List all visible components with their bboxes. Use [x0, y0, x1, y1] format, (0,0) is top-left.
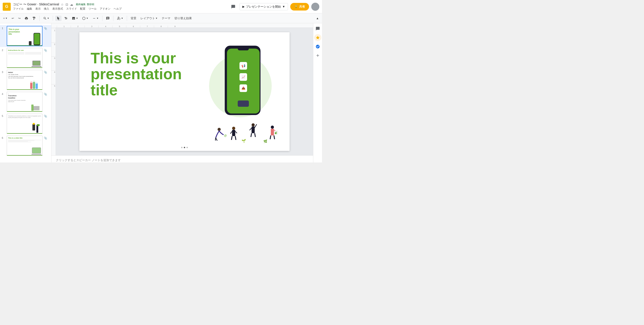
phone-icon-send: 📤 [240, 84, 247, 92]
toolbar: + ▼ ↩ ↪ ▼ ▼ ▼ ▼ あ ▼ 背景 レイアウト ▼ [0, 14, 322, 23]
slide-item-6[interactable]: 6 This is a slide title 📎 [0, 135, 51, 157]
present-label: プレゼンテーションを開始 [246, 5, 281, 9]
sidebar-star-button[interactable] [314, 34, 321, 41]
ruler-mark-6: 6 [126, 26, 140, 28]
line-button[interactable]: ▼ [91, 16, 100, 21]
slide-panel: 1 This is yourpresentationtitle 📎 2 [0, 23, 52, 163]
svg-rect-7 [271, 129, 274, 135]
ruler-v-1: 1 [52, 29, 56, 43]
comment-add-button[interactable] [105, 16, 111, 21]
cloud-icon[interactable]: ☁ [70, 3, 73, 6]
comment-button[interactable] [229, 3, 237, 11]
play-icon: ▶ [242, 5, 245, 8]
slide-number-5: 5 [2, 115, 5, 117]
slide-thumb-2: Instructions for use [7, 48, 42, 68]
canvas-scroll[interactable]: This is your presentation title 🌿 🍃 [56, 28, 313, 155]
pin-icon-6: 📎 [44, 137, 47, 140]
phone-screen: 📢 📈 📤 [227, 49, 260, 114]
text-box-button[interactable] [63, 16, 69, 21]
ruler-horizontal: 1 2 3 4 5 6 7 8 9 [52, 23, 313, 28]
menu-addons[interactable]: アドオン [100, 7, 110, 11]
svg-rect-13 [275, 132, 276, 134]
zoom-button[interactable]: ▼ [42, 16, 51, 21]
grass-2: 🌿 [264, 139, 267, 143]
menu-help[interactable]: ヘルプ [114, 7, 122, 11]
shape-button[interactable]: ▼ [81, 16, 90, 21]
sep1 [39, 16, 40, 21]
ruler-v-2: 2 [52, 43, 56, 56]
slide-number-2: 2 [2, 49, 5, 52]
image-button[interactable]: ▼ [70, 16, 80, 21]
slide-number-4: 4 [2, 93, 5, 95]
doc-title: コピー 〜 Gower · SlidesCarnival [13, 3, 59, 7]
right-sidebar [313, 23, 322, 163]
slide-number-3: 3 [2, 71, 5, 73]
phone-icon-chart: 📈 [240, 73, 247, 81]
canvas-with-ruler: 1 2 3 4 5 This is your presentation titl… [52, 28, 313, 155]
phone-body: 📢 📈 📤 [225, 46, 260, 115]
slide-item-4[interactable]: 4 1. Transitionheadline Lorem ipsum dolo… [0, 91, 51, 113]
paint-format-button[interactable] [31, 16, 37, 21]
pin-icon-3: 📎 [44, 71, 47, 74]
ruler-mark-8: 8 [154, 26, 168, 28]
last-edit: 最終編集: 数秒前 [76, 3, 94, 6]
phone-icon-bottom [238, 101, 249, 107]
slide-canvas[interactable]: This is your presentation title 🌿 🍃 [80, 32, 290, 151]
user-avatar[interactable] [311, 3, 319, 11]
theme-button[interactable]: テーマ [160, 16, 172, 21]
menu-arrange[interactable]: 配置 [80, 7, 86, 11]
phone-illustration: 🌿 🍃 📢 📈 📤 [196, 41, 281, 144]
present-button[interactable]: ▶ プレゼンテーションを開始 ▼ [240, 3, 288, 10]
folder-icon[interactable]: ⊡ [66, 3, 68, 6]
background-button[interactable]: 背景 [129, 16, 138, 21]
print-button[interactable] [23, 16, 30, 21]
menu-edit[interactable]: 編集 [27, 7, 32, 11]
main-layout: 1 This is yourpresentationtitle 📎 2 [0, 23, 322, 163]
speaker-notes[interactable]: クリックするとスピーカー ノートを追加できます [52, 155, 313, 163]
slide-item-5[interactable]: 5 "Quotations are commonly printed as a … [0, 113, 51, 135]
menu-slide[interactable]: スライド [66, 7, 77, 11]
svg-point-4 [252, 123, 255, 126]
dot-1 [181, 147, 182, 148]
ruler-mark-2: 2 [71, 26, 84, 28]
person-right [266, 125, 278, 142]
share-button[interactable]: 🔒 共有 [290, 3, 309, 11]
pin-icon-1: 📎 [44, 27, 47, 30]
share-label: 共有 [299, 5, 305, 9]
sep2 [53, 16, 53, 21]
lock-icon: 🔒 [294, 5, 298, 8]
cursor-button[interactable] [55, 16, 62, 21]
sidebar-check-button[interactable] [314, 43, 321, 50]
top-bar: G コピー 〜 Gower · SlidesCarnival ☆ ⊡ ☁ 最終編… [0, 0, 322, 14]
ruler-v-4: 4 [52, 70, 56, 84]
svg-rect-3 [232, 130, 235, 136]
svg-text:@: @ [224, 134, 227, 137]
menu-format[interactable]: 表示形式 [52, 7, 63, 11]
menu-view[interactable]: 表示 [35, 7, 41, 11]
slide-number-1: 1 [2, 27, 5, 30]
undo-button[interactable]: ↩ [10, 16, 16, 21]
svg-point-2 [232, 127, 235, 130]
slide-item-3[interactable]: 3 Hello! I am Jayden SmithI am here beca… [0, 69, 51, 91]
ruler-mark-3: 3 [84, 26, 98, 28]
slide-item-2[interactable]: 2 Instructions for use [0, 47, 51, 69]
slide-item-1[interactable]: 1 This is yourpresentationtitle 📎 [0, 25, 51, 47]
transition-button[interactable]: 切り替え効果 [173, 16, 193, 21]
canvas-area: 1 2 3 4 5 6 7 8 9 1 2 3 4 5 [52, 23, 313, 163]
add-button[interactable]: + ▼ [2, 16, 9, 21]
text-style-button[interactable]: あ ▼ [116, 15, 124, 22]
title-area: コピー 〜 Gower · SlidesCarnival ☆ ⊡ ☁ 最終編集:… [13, 3, 122, 11]
menu-insert[interactable]: 挿入 [44, 7, 49, 11]
layout-button[interactable]: レイアウト ▼ [139, 16, 159, 21]
ruler-mark-5: 5 [112, 26, 126, 28]
svg-point-6 [271, 126, 274, 129]
menu-file[interactable]: ファイル [13, 7, 24, 11]
menu-tools[interactable]: ツール [88, 7, 96, 11]
star-icon[interactable]: ☆ [61, 3, 64, 6]
collapse-button[interactable]: ▲ [314, 16, 320, 21]
sep5 [127, 16, 127, 21]
redo-button[interactable]: ↪ [17, 16, 22, 21]
sidebar-chat-button[interactable] [314, 25, 321, 32]
dot-3 [186, 147, 188, 148]
sidebar-add-button[interactable] [314, 52, 321, 59]
